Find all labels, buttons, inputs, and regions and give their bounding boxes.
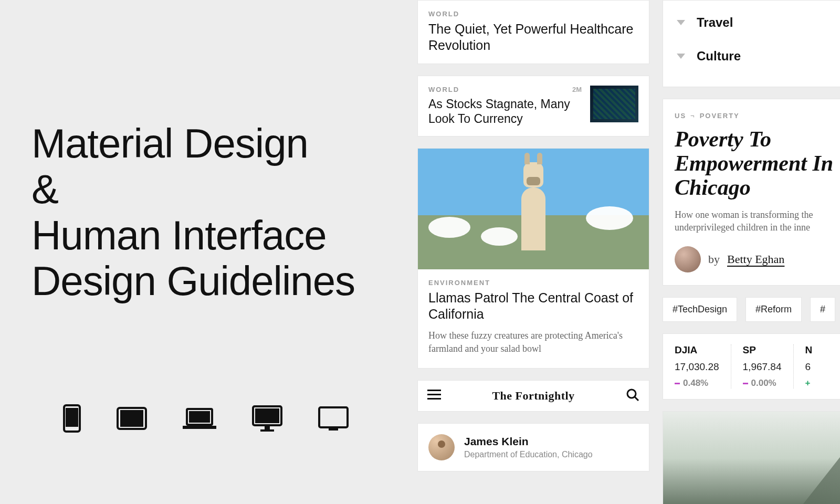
stock-sp[interactable]: SP 1,967.84 0.00% [731,344,794,388]
desktop-icon [252,405,282,434]
card-thumbnail [590,86,638,122]
article-title: Poverty To Empowerment In Chicago [675,127,839,200]
svg-point-16 [627,390,636,398]
svg-rect-5 [189,411,210,423]
app-logo: The Fortnightly [492,389,574,403]
card-headline: The Quiet, Yet Powerful Healthcare Revol… [428,21,638,54]
news-card-world-healthcare[interactable]: WORLD The Quiet, Yet Powerful Healthcare… [417,0,649,64]
time-label: 2M [572,86,582,93]
svg-rect-15 [427,398,441,400]
feature-article-card[interactable]: US¬POVERTY Poverty To Empowerment In Chi… [663,99,840,286]
card-headline: Llamas Patrol The Central Coast of Calif… [428,290,638,323]
card-hero-image [418,149,649,269]
author-card[interactable]: James Klein Department of Education, Chi… [417,423,649,471]
tag-techdesign[interactable]: #TechDesign [663,297,737,322]
avatar [428,434,455,460]
tag-row: #TechDesign #Reform # [663,297,840,322]
svg-rect-6 [183,426,216,429]
avatar [675,246,701,272]
card-image [663,412,840,504]
svg-rect-3 [120,410,143,427]
laptop-icon [183,407,216,432]
svg-rect-8 [255,408,279,423]
nav-label: Travel [697,15,733,30]
category-label: WORLD [428,10,638,18]
category-nav: Travel Culture [663,0,840,87]
svg-rect-14 [427,394,441,395]
svg-marker-18 [677,20,685,25]
nav-item-travel[interactable]: Travel [674,6,840,39]
nav-item-culture[interactable]: Culture [674,39,840,73]
byline: by Betty Eghan [675,246,839,272]
svg-marker-19 [677,54,685,59]
svg-rect-11 [319,407,348,427]
svg-rect-9 [265,426,270,429]
svg-rect-12 [329,428,338,430]
phone-icon [63,404,81,435]
search-icon[interactable] [626,388,639,404]
card-subtext: How these fuzzy creatures are protecting… [428,329,638,355]
tablet-icon [117,407,147,432]
svg-rect-13 [427,390,441,391]
author-name: James Klein [464,435,593,448]
page-title: Material Design & Human Interface Design… [32,121,399,304]
category-label: WORLD [428,86,459,93]
menu-icon[interactable] [427,390,441,402]
tag-partial[interactable]: # [810,297,835,322]
news-card-world-stocks[interactable]: WORLD 2M As Stocks Stagnate, Many Look T… [417,76,649,137]
nav-label: Culture [697,49,741,64]
device-icons-row [63,404,349,435]
tag-reform[interactable]: #Reform [746,297,802,322]
chevron-down-icon [677,54,685,59]
category-label: ENVIRONMENT [428,279,638,287]
svg-rect-1 [66,408,78,427]
stock-djia[interactable]: DJIA 17,030.28 0.48% [675,344,731,388]
author-link[interactable]: Betty Eghan [727,253,784,266]
breadcrumb: US¬POVERTY [675,112,839,120]
image-card[interactable] [663,411,840,504]
stock-ticker: DJIA 17,030.28 0.48% SP 1,967.84 0.00% N… [663,333,840,400]
card-headline: As Stocks Stagnate, Many Look To Currenc… [428,97,582,127]
news-card-environment-llamas[interactable]: ENVIRONMENT Llamas Patrol The Central Co… [417,148,649,369]
svg-line-17 [635,397,638,401]
author-role: Department of Education, Chicago [464,450,593,459]
app-toolbar: The Fortnightly [417,380,649,412]
tv-icon [318,406,349,433]
chevron-down-icon [677,20,685,25]
stock-n[interactable]: N 6 [794,344,840,388]
article-subtitle: How one woman is transforming the underp… [675,208,839,234]
svg-rect-10 [260,429,274,432]
